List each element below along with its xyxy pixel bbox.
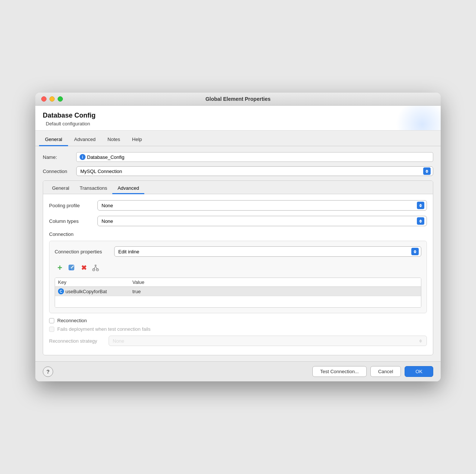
table-toolbar: + ✖ <box>55 261 421 275</box>
connection-arrows <box>423 167 431 175</box>
name-label: Name: <box>43 154 76 160</box>
column-types-select[interactable]: None <box>97 216 427 226</box>
empty-row <box>55 296 421 307</box>
pooling-value: None <box>102 203 113 208</box>
conn-properties-row: Connection properties Edit inline <box>55 246 421 257</box>
connection-select[interactable]: MySQL Connection <box>76 166 433 176</box>
content-area: Name: i Database_Config Connection MySQL… <box>35 146 441 361</box>
conn-properties-select[interactable]: Edit inline <box>114 246 421 257</box>
reconnection-label: Reconnection <box>57 318 87 323</box>
arrow-down-icon <box>425 172 428 173</box>
arrow-up-icon2 <box>419 204 422 205</box>
outer-tab-bar: General Advanced Notes Help <box>35 131 441 146</box>
reconnection-row: Reconnection <box>49 318 427 323</box>
inner-panel: General Transactions Advanced Pooling pr… <box>43 180 433 355</box>
table-header: Key Value <box>55 278 421 287</box>
pooling-arrows <box>417 202 424 209</box>
pooling-select[interactable]: None <box>97 200 427 211</box>
name-value: Database_Config <box>87 154 124 160</box>
reconnection-strategy-label: Reconnection strategy <box>49 338 109 344</box>
conn-properties-value: Edit inline <box>118 249 139 254</box>
key-header: Key <box>58 279 132 285</box>
name-row: Name: i Database_Config <box>43 152 433 162</box>
pooling-label: Pooling profile <box>49 203 97 208</box>
pooling-profile-row: Pooling profile None <box>49 200 427 211</box>
inner-tab-advanced[interactable]: Advanced <box>112 183 144 194</box>
conn-prop-arrows <box>411 248 419 255</box>
edit-icon <box>68 264 75 272</box>
arrow-up-icon <box>425 170 428 171</box>
inner-content: Pooling profile None Column types None <box>43 194 433 355</box>
minimize-button[interactable] <box>49 96 55 102</box>
inner-tab-transactions[interactable]: Transactions <box>74 183 112 194</box>
traffic-lights <box>41 96 63 102</box>
conn-properties-label: Connection properties <box>55 249 114 254</box>
cut-button[interactable] <box>90 263 101 273</box>
add-button[interactable]: + <box>55 263 65 273</box>
connection-section-title: Connection <box>49 231 427 237</box>
help-button[interactable]: ? <box>43 366 53 377</box>
info-icon: i <box>80 154 86 160</box>
fails-deployment-row: Fails deployment when test connection fa… <box>49 326 427 332</box>
reconnection-strategy-row: Reconnection strategy None <box>49 336 427 346</box>
table-row[interactable]: C useBulkCopyforBat true <box>55 287 421 296</box>
inner-tab-bar: General Transactions Advanced <box>43 181 433 194</box>
delete-button[interactable]: ✖ <box>78 263 89 273</box>
cut-icon <box>91 264 100 272</box>
main-window: Global Element Properties Database Confi… <box>35 93 441 381</box>
close-button[interactable] <box>41 96 46 102</box>
footer-left: ? <box>43 366 53 377</box>
name-input[interactable]: i Database_Config <box>76 152 433 162</box>
edit-button[interactable] <box>67 263 77 273</box>
arrow-up-icon4 <box>414 250 416 252</box>
cancel-button[interactable]: Cancel <box>370 366 401 377</box>
reconnection-strategy-select: None <box>109 336 427 346</box>
connection-label: Connection <box>43 169 76 174</box>
value-header: Value <box>132 279 418 285</box>
titlebar: Global Element Properties <box>35 93 441 106</box>
arrow-down-icon4 <box>414 252 416 253</box>
column-types-row: Column types None <box>49 216 427 226</box>
reconnection-strategy-value: None <box>113 338 124 344</box>
strat-arrow-up <box>419 339 422 341</box>
column-types-label: Column types <box>49 218 97 224</box>
maximize-button[interactable] <box>58 96 63 102</box>
key-value: useBulkCopyforBat <box>65 289 107 294</box>
connection-row: Connection MySQL Connection <box>43 166 433 176</box>
value-cell: true <box>132 289 418 294</box>
window-title: Global Element Properties <box>205 96 270 102</box>
inner-tab-general[interactable]: General <box>47 183 74 194</box>
key-cell: C useBulkCopyforBat <box>58 288 132 294</box>
connection-value: MySQL Connection <box>80 169 122 174</box>
connection-panel: Connection properties Edit inline + <box>49 241 427 313</box>
tab-help[interactable]: Help <box>126 134 148 146</box>
footer: ? Test Connection... Cancel OK <box>35 361 441 381</box>
column-types-arrows <box>417 217 424 225</box>
arrow-down-icon2 <box>419 206 422 207</box>
tab-advanced[interactable]: Advanced <box>68 134 102 146</box>
row-icon: C <box>58 288 64 294</box>
fails-deployment-checkbox <box>49 327 54 332</box>
test-connection-button[interactable]: Test Connection... <box>312 366 367 377</box>
header-title: Database Config <box>43 112 433 119</box>
strat-arrow-down <box>419 341 422 343</box>
tab-general[interactable]: General <box>39 134 68 146</box>
arrow-up-icon3 <box>419 220 422 221</box>
tab-notes[interactable]: Notes <box>102 134 126 146</box>
ok-button[interactable]: OK <box>405 366 433 377</box>
properties-table: Key Value C useBulkCopyforBat true <box>55 278 421 308</box>
arrow-down-icon3 <box>419 221 422 223</box>
fails-deployment-label: Fails deployment when test connection fa… <box>57 326 151 332</box>
column-types-value: None <box>102 218 113 224</box>
reconnection-checkbox[interactable] <box>49 318 54 323</box>
header-subtitle: Default configuration <box>46 121 433 126</box>
header-section: Database Config Default configuration <box>35 106 441 131</box>
